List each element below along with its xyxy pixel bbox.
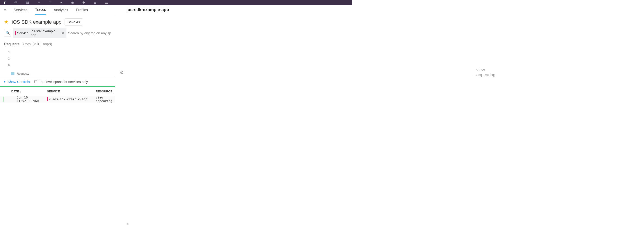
requests-chart: 4 2 0 Requests (0, 47, 115, 77)
chip-remove-icon[interactable]: ✕ (62, 31, 64, 35)
binoculars-icon[interactable]: 👁 (14, 0, 18, 5)
table-row[interactable]: Jun 16 11:52:30.960 ⚙ ios-sdk-example-ap… (0, 96, 115, 103)
top-nav: ◧ 👁 ▤ ⬀ ∷ ● ◉ ✚ ≣ ▬ (0, 0, 352, 5)
page-title: iOS SDK example app (12, 19, 62, 25)
gear-icon[interactable]: ⚙ (120, 70, 124, 75)
save-as-button[interactable]: Save As (64, 18, 83, 25)
service-color-icon (15, 31, 16, 35)
search-row: 🔍 Service:ios-sdk-example-app ✕ (0, 28, 115, 41)
logo-icon[interactable]: ◧ (2, 0, 7, 5)
controls-row: ▸ Show Controls Top-level spans for serv… (0, 77, 115, 86)
trace-operation: view appearing (476, 67, 504, 77)
gear-icon: ⚙ (49, 97, 51, 101)
left-header: ★ iOS SDK example app Save As (0, 15, 115, 28)
menu-icon[interactable]: ≡ (4, 8, 6, 12)
cell-service: ⚙ ios-sdk-example-app (44, 97, 93, 101)
expand-icon: ▸ (4, 80, 6, 84)
trace-service-name: ios-sdk-example-app (126, 7, 470, 130)
alert-icon[interactable]: ● (59, 0, 64, 5)
requests-sub: 3 total (< 0.1 req/s) (22, 42, 52, 46)
separator: | (472, 69, 474, 75)
tab-traces[interactable]: Traces (35, 5, 46, 15)
tab-profiles[interactable]: Profiles (76, 5, 88, 15)
trace-detail-pane: ⚙ ios-sdk-example-app | view appearing J… (115, 5, 509, 130)
book-icon[interactable]: ▬ (104, 0, 109, 5)
toplevel-checkbox-input[interactable] (34, 80, 37, 83)
cell-resource: view appearing (93, 96, 115, 103)
ytick: 0 (8, 64, 10, 67)
traces-table: DATE ↓ SERVICE RESOURCE Jun 16 11:52:30.… (0, 86, 115, 103)
news-icon[interactable]: ▤ (25, 0, 30, 5)
col-date[interactable]: DATE ↓ (0, 89, 44, 94)
tab-analytics[interactable]: Analytics (54, 5, 68, 15)
search-input[interactable] (68, 29, 111, 37)
service-color-icon (47, 97, 48, 101)
legend-swatch (11, 72, 14, 75)
row-status-bar (3, 97, 4, 102)
puzzle-icon[interactable]: ✚ (81, 0, 86, 5)
gauge-icon[interactable]: ◉ (70, 0, 75, 5)
requests-label: Requests (4, 42, 20, 46)
chart-legend: Requests (11, 72, 111, 75)
chart-icon[interactable]: ⬀ (36, 0, 41, 5)
col-resource[interactable]: RESOURCE (93, 89, 115, 94)
tab-services[interactable]: Services (14, 5, 27, 15)
col-service[interactable]: SERVICE (44, 89, 93, 94)
show-controls-link[interactable]: ▸ Show Controls (4, 80, 30, 84)
legend-label: Requests (17, 72, 29, 75)
filter-chip-service[interactable]: Service:ios-sdk-example-app ✕ (13, 28, 66, 38)
star-icon[interactable]: ★ (4, 19, 8, 25)
sub-nav: ≡ Services Traces Analytics Profiles (0, 5, 115, 15)
trace-header: ⚙ ios-sdk-example-app | view appearing J… (115, 5, 509, 130)
ytick: 2 (8, 57, 10, 60)
toplevel-checkbox[interactable]: Top-level spans for services only (34, 80, 88, 84)
indent-icon[interactable]: ≣ (92, 0, 98, 5)
chip-key: Service: (17, 31, 29, 35)
ytick: 4 (8, 50, 10, 53)
requests-header: Requests 3 total (< 0.1 req/s) (0, 41, 115, 47)
scatter-icon[interactable]: ∷ (48, 0, 52, 5)
cell-date: Jun 16 11:52:30.960 (6, 96, 44, 103)
table-header: DATE ↓ SERVICE RESOURCE (0, 87, 115, 96)
search-icon[interactable]: 🔍 (4, 29, 11, 37)
chip-value: ios-sdk-example-app (31, 29, 60, 37)
